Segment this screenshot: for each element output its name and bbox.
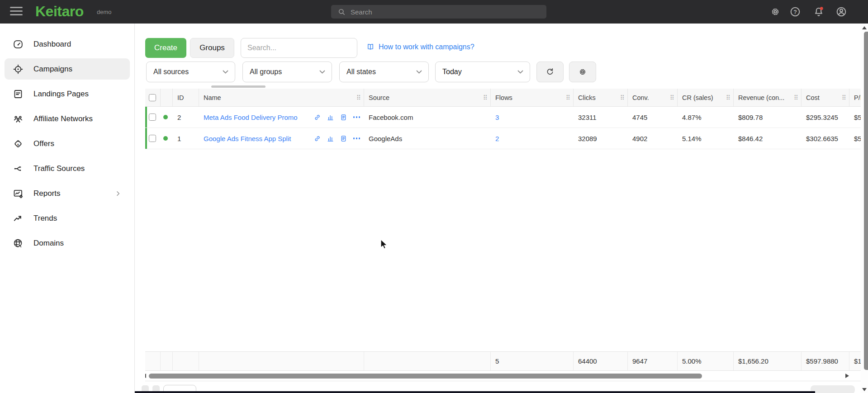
flows-column-header[interactable]: Flows⠿ <box>491 89 574 106</box>
sidebar-item-affiliate-networks[interactable]: Affiliate Networks <box>5 108 130 129</box>
sources-filter-select[interactable]: All sources <box>146 62 235 82</box>
table-top-scrollbar-thumb[interactable] <box>211 85 266 88</box>
refresh-icon <box>545 67 555 77</box>
column-drag-handle-icon[interactable]: ⠿ <box>566 94 570 101</box>
column-drag-handle-icon[interactable]: ⠿ <box>483 94 488 101</box>
row-cr-cell: 4.87% <box>678 107 734 128</box>
status-dot <box>163 115 168 119</box>
sidebar-item-offers[interactable]: s Offers <box>5 133 130 154</box>
create-button[interactable]: Create <box>145 38 186 58</box>
scroll-down-arrow[interactable] <box>862 388 867 391</box>
pagination-right-button[interactable] <box>811 385 855 393</box>
campaign-search-input[interactable] <box>241 38 357 58</box>
row-clicks-cell: 32311 <box>574 107 628 128</box>
menu-toggle-icon[interactable] <box>10 7 24 17</box>
table-totals-row: 5 64400 9647 5.00% $1,656.20 $597.9880 $… <box>145 351 864 371</box>
flows-count-link[interactable]: 2 <box>495 135 499 142</box>
global-search-input[interactable] <box>351 8 531 16</box>
column-drag-handle-icon[interactable]: ⠿ <box>356 94 361 101</box>
date-range-select[interactable]: Today <box>435 62 530 82</box>
sidebar-item-trends[interactable]: Trends <box>5 208 130 229</box>
table-settings-button[interactable] <box>569 62 596 82</box>
campaign-note-icon[interactable] <box>340 114 347 121</box>
app-logo[interactable]: Keitaro <box>35 3 84 20</box>
sidebar: Dashboard Campaigns Landings Pages Affil… <box>0 24 135 393</box>
campaign-link-icon[interactable] <box>313 114 321 121</box>
groups-filter-value: All groups <box>250 68 282 76</box>
scroll-up-arrow[interactable] <box>862 26 867 29</box>
totals-cost-cell: $597.9880 <box>802 352 849 370</box>
gear-icon <box>578 67 588 77</box>
row-id-cell: 2 <box>173 107 199 128</box>
dashboard-gauge-icon <box>13 39 24 50</box>
refresh-button[interactable] <box>536 62 564 82</box>
notifications-bell-icon[interactable] <box>813 6 825 18</box>
horizontal-scrollbar-thumb[interactable] <box>149 374 702 379</box>
clicks-column-header[interactable]: Clicks⠿ <box>574 89 628 106</box>
select-all-checkbox[interactable] <box>149 94 156 101</box>
column-drag-handle-icon[interactable]: ⠿ <box>794 94 798 101</box>
campaign-name-link[interactable]: Meta Ads Food Delivery Promo <box>204 114 298 121</box>
campaign-note-icon[interactable] <box>340 135 347 142</box>
sidebar-item-label: Affiliate Networks <box>33 114 93 123</box>
states-filter-select[interactable]: All states <box>339 62 429 82</box>
sidebar-item-campaigns[interactable]: Campaigns <box>5 58 130 80</box>
sidebar-item-traffic-sources[interactable]: Traffic Sources <box>5 158 130 179</box>
source-column-header[interactable]: Source⠿ <box>364 89 491 106</box>
states-filter-value: All states <box>346 68 376 76</box>
groups-filter-select[interactable]: All groups <box>242 62 332 82</box>
id-column-header[interactable]: ID <box>173 89 199 106</box>
more-actions-icon[interactable] <box>353 115 361 119</box>
help-campaigns-link[interactable]: How to work with campaigns? <box>366 43 474 51</box>
table-horizontal-scrollbar <box>145 371 855 381</box>
name-column-header[interactable]: Name⠿ <box>199 89 364 106</box>
column-drag-handle-icon[interactable]: ⠿ <box>670 94 674 101</box>
column-drag-handle-icon[interactable]: ⠿ <box>620 94 625 101</box>
status-column-header[interactable] <box>161 89 173 106</box>
account-icon[interactable] <box>835 6 847 18</box>
scroll-right-arrow[interactable] <box>845 374 849 378</box>
vertical-scrollbar-thumb[interactable] <box>864 32 868 370</box>
campaign-name-link[interactable]: Google Ads Fitness App Split <box>204 135 291 142</box>
help-link-label: How to work with campaigns? <box>379 43 474 51</box>
column-drag-handle-icon[interactable]: ⠿ <box>842 94 846 101</box>
sidebar-item-label: Dashboard <box>33 40 71 49</box>
main-content: Create Groups How to work with campaigns… <box>135 24 868 393</box>
sidebar-item-reports[interactable]: Reports <box>5 183 130 204</box>
book-icon <box>366 43 375 51</box>
traffic-split-icon <box>13 163 24 174</box>
sidebar-item-dashboard[interactable]: Dashboard <box>5 33 130 55</box>
chevron-down-icon <box>517 70 523 74</box>
sidebar-item-label: Reports <box>33 189 61 198</box>
revenue-column-header[interactable]: Revenue (con...⠿ <box>734 89 802 106</box>
row-select-cell <box>145 107 161 128</box>
help-icon[interactable]: ? <box>789 6 801 18</box>
groups-button[interactable]: Groups <box>190 38 234 58</box>
campaign-stats-icon[interactable] <box>327 114 334 121</box>
more-actions-icon[interactable] <box>353 136 361 141</box>
conv-column-header[interactable]: Conv.⠿ <box>628 89 678 106</box>
search-icon <box>337 8 346 16</box>
sidebar-item-domains[interactable]: Domains <box>5 232 130 254</box>
offer-tag-icon: s <box>13 138 24 149</box>
sidebar-item-label: Landings Pages <box>33 90 89 99</box>
cr-column-header[interactable]: CR (sales)⠿ <box>678 89 734 106</box>
campaign-link-icon[interactable] <box>313 135 321 142</box>
column-drag-handle-icon[interactable]: ⠿ <box>726 94 730 101</box>
chevron-down-icon <box>223 70 228 74</box>
sidebar-item-landings-pages[interactable]: Landings Pages <box>5 83 130 104</box>
settings-gear-icon[interactable] <box>769 6 781 18</box>
top-bar: Keitaro demo ? <box>0 0 868 24</box>
campaign-stats-icon[interactable] <box>327 135 334 142</box>
table-row: 1 Google Ads Fitness App Split GoogleAds… <box>145 128 864 149</box>
global-search[interactable] <box>331 5 546 19</box>
flows-count-link[interactable]: 3 <box>495 114 499 121</box>
scroll-left-arrow[interactable] <box>145 374 146 378</box>
globe-cursor-icon <box>13 238 24 249</box>
row-checkbox[interactable] <box>149 114 156 121</box>
row-checkbox[interactable] <box>149 135 156 142</box>
row-cost-cell: $295.3245 <box>802 107 849 128</box>
chevron-down-icon <box>319 70 325 74</box>
cost-column-header[interactable]: Cost⠿ <box>802 89 849 106</box>
totals-revenue-cell: $1,656.20 <box>734 352 802 370</box>
